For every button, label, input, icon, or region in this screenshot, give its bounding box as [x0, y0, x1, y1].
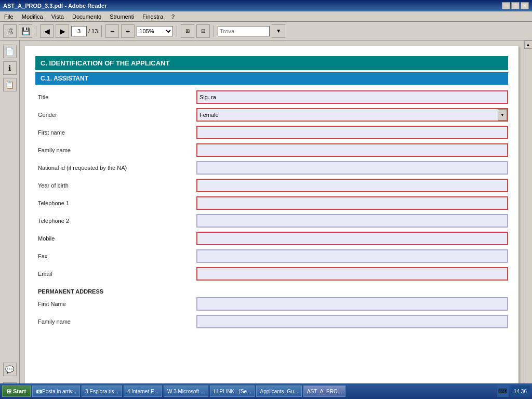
- forward-button[interactable]: ▶: [56, 24, 69, 38]
- label-telephone2: Telephone 2: [35, 218, 196, 224]
- menu-finestra[interactable]: Finestra: [140, 13, 165, 20]
- close-button[interactable]: ✕: [521, 2, 529, 9]
- field-row-familyname: Family name: [35, 143, 508, 157]
- scroll-up-button[interactable]: ▲: [524, 41, 533, 49]
- field-row-address-firstname: First Name: [35, 297, 508, 311]
- permanent-address-title: PERMANENT ADDRESS: [35, 284, 508, 297]
- page-number-input[interactable]: [71, 26, 87, 36]
- start-icon: ⊞: [7, 388, 11, 395]
- separator-1: [36, 25, 36, 37]
- field-row-telephone1: Telephone 1: [35, 196, 508, 210]
- fit-page-button[interactable]: ⊞: [181, 24, 194, 38]
- start-button[interactable]: ⊞ Start: [2, 385, 31, 397]
- menu-bar: File Modifica Vista Documento Strumenti …: [0, 11, 532, 22]
- menu-vista[interactable]: Vista: [49, 13, 66, 20]
- input-familyname[interactable]: [196, 143, 508, 157]
- page-separator: /: [88, 28, 90, 34]
- taskbar-item-applicants[interactable]: Applicants_Gu...: [256, 385, 301, 397]
- title-bar: AST_A_PROD_3.3.pdf - Adobe Reader ─ □ ✕: [0, 0, 532, 11]
- find-input[interactable]: [218, 26, 270, 36]
- taskbar-item-llplink[interactable]: LLPLINK - [Se...: [210, 385, 255, 397]
- field-address-familyname: [196, 315, 508, 328]
- label-title: Title: [35, 94, 196, 100]
- field-yearofbirth: [196, 179, 508, 192]
- input-mobile[interactable]: [196, 232, 508, 245]
- field-row-gender: Gender Female Male Other ▼: [35, 108, 508, 122]
- field-row-fax: Fax: [35, 249, 508, 263]
- label-fax: Fax: [35, 253, 196, 259]
- input-address-firstname[interactable]: [196, 297, 508, 311]
- input-telephone1[interactable]: [196, 196, 508, 210]
- input-address-familyname[interactable]: [196, 315, 508, 328]
- field-fax: [196, 249, 508, 263]
- document-area: C. IDENTIFICATION OF THE APPLICANT C.1. …: [25, 46, 518, 399]
- field-firstname: [196, 126, 508, 139]
- menu-help[interactable]: ?: [169, 13, 177, 20]
- input-telephone2[interactable]: [196, 214, 508, 228]
- field-row-firstname: First name: [35, 125, 508, 140]
- field-row-title: Title: [35, 90, 508, 104]
- page-total: 13: [91, 28, 98, 34]
- window-controls[interactable]: ─ □ ✕: [502, 2, 529, 9]
- zoom-select[interactable]: 105%: [137, 26, 173, 36]
- label-mobile: Mobile: [35, 235, 196, 242]
- zoom-in-button[interactable]: +: [121, 24, 135, 38]
- zoom-out-button[interactable]: −: [105, 24, 119, 38]
- field-title: [196, 90, 508, 104]
- fit-width-button[interactable]: ⊟: [196, 24, 210, 38]
- label-address-familyname: Family name: [35, 318, 196, 325]
- field-row-address-familyname: Family name: [35, 314, 508, 329]
- field-row-mobile: Mobile: [35, 231, 508, 246]
- taskbar-keyboard-icon[interactable]: ⌨: [497, 385, 509, 397]
- separator-4: [214, 25, 214, 37]
- field-telephone1: [196, 196, 508, 210]
- field-row-nationalid: National id (if requested by the NA): [35, 161, 508, 175]
- label-familyname: Family name: [35, 147, 196, 153]
- minimize-button[interactable]: ─: [502, 2, 510, 9]
- field-familyname: [196, 143, 508, 157]
- input-yearofbirth[interactable]: [196, 179, 508, 192]
- taskbar-item-mail[interactable]: 📧 Posta in arriv...: [32, 385, 80, 397]
- menu-strumenti[interactable]: Strumenti: [108, 13, 136, 20]
- select-gender[interactable]: Female Male Other: [196, 108, 508, 122]
- subsection-header: C.1. ASSISTANT: [35, 72, 508, 85]
- input-title[interactable]: [196, 90, 508, 104]
- input-email[interactable]: [196, 267, 508, 281]
- input-firstname[interactable]: [196, 126, 508, 139]
- taskbar-item-ast[interactable]: AST_A_PRO...: [303, 385, 345, 397]
- main-content: C. IDENTIFICATION OF THE APPLICANT C.1. …: [20, 41, 524, 399]
- taskbar-item-internet[interactable]: 4 Internet E...: [124, 385, 162, 397]
- field-email: [196, 267, 508, 281]
- save-button[interactable]: 💾: [19, 24, 32, 38]
- field-row-yearofbirth: Year of birth: [35, 178, 508, 193]
- field-telephone2: [196, 214, 508, 228]
- sidebar-bookmarks-icon[interactable]: 📋: [3, 78, 17, 91]
- sidebar-info-icon[interactable]: ℹ: [3, 61, 17, 75]
- field-nationalid: [196, 161, 508, 175]
- input-nationalid[interactable]: [196, 161, 508, 175]
- taskbar-item-mail-icon: 📧: [36, 389, 42, 394]
- left-sidebar: 📄 ℹ 📋 💬 📎: [0, 41, 20, 399]
- input-fax[interactable]: [196, 249, 508, 263]
- taskbar-item-word[interactable]: W 3 Microsoft ...: [164, 385, 208, 397]
- separator-2: [101, 25, 102, 37]
- separator-3: [177, 25, 177, 37]
- menu-file[interactable]: File: [2, 13, 16, 20]
- menu-documento[interactable]: Documento: [70, 13, 103, 20]
- window-title: AST_A_PROD_3.3.pdf - Adobe Reader: [3, 3, 107, 9]
- find-button[interactable]: ▼: [272, 24, 285, 38]
- field-mobile: [196, 232, 508, 245]
- sidebar-pages-icon[interactable]: 📄: [3, 45, 17, 58]
- taskbar-item-explorer[interactable]: 3 Esplora ris...: [82, 385, 122, 397]
- start-label: Start: [13, 388, 26, 394]
- right-scrollbar[interactable]: ▲ ▼: [524, 41, 532, 399]
- label-telephone1: Telephone 1: [35, 200, 196, 206]
- gender-select-wrapper: Female Male Other ▼: [196, 108, 508, 122]
- maximize-button[interactable]: □: [511, 2, 520, 9]
- toolbar: 🖨 💾 ◀ ▶ / 13 − + 105% ⊞ ⊟ ▼: [0, 22, 532, 41]
- print-button[interactable]: 🖨: [3, 24, 17, 38]
- back-button[interactable]: ◀: [40, 24, 54, 38]
- menu-modifica[interactable]: Modifica: [20, 13, 45, 20]
- sidebar-comment-icon[interactable]: 💬: [3, 363, 17, 376]
- taskbar-time: 14.36: [511, 385, 530, 397]
